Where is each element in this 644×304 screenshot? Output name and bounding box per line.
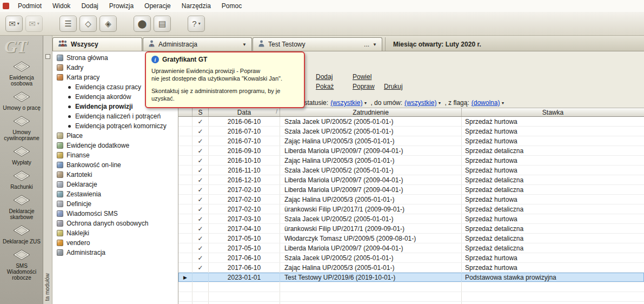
cell-date: 2017-02-10 [209,204,280,214]
menu-item[interactable]: Widok [47,0,76,12]
rail-item-deklaracje-zus[interactable]: Deklaracje ZUS [0,225,43,244]
table-row[interactable]: ▶ 2023-01-01 Test Testowy UP/2019/6 (201… [178,273,644,282]
edit-card-icon[interactable]: ◈ ▾ [99,16,117,32]
tree-item-ochrona-danych-osobowych[interactable]: Ochrona danych osobowych [52,219,178,228]
row-marker [178,282,192,292]
tree-item-deklaracje[interactable]: Deklaracje [52,180,178,189]
header-s[interactable]: S [192,108,209,116]
table-row[interactable]: ✓ 2016-07-10 Zając Halina UP/2005/3 (200… [178,136,644,146]
menu-item[interactable]: Dodaj [76,0,103,12]
chevron-down-icon[interactable]: ▼ [363,101,367,105]
header-data[interactable]: Data/ [209,108,280,116]
more-button[interactable]: ... [358,41,369,48]
cell-employment: Szala Jacek UP/2005/2 (2005-01-01-) [280,117,462,126]
header-stawka[interactable]: Stawka [462,108,644,116]
table-row[interactable] [178,282,644,292]
receive-mail-icon[interactable]: ✉ ▾ [25,16,43,32]
definitions-icon [57,201,63,207]
rail-item-ewidencja-osobowa[interactable]: Ewidencja osobowa [0,61,43,87]
menu-item[interactable]: Prowizja [104,0,139,12]
tree-item-zestawienia[interactable]: Zestawienia [52,189,178,199]
tree-item-vendero[interactable]: vendero [52,238,178,248]
rail-item-rachunki[interactable]: Rachunki [0,170,43,190]
cell-rate [462,282,644,292]
cell-employment: Zając Halina UP/2005/3 (2005-01-01-) [280,195,462,204]
tree-item-place[interactable]: Płace [52,131,178,141]
module-card-icon [13,170,30,183]
tree-item-ewidencja-naliczen-i-potracen[interactable]: Ewidencja naliczeń i potrąceń [52,111,178,121]
chevron-down-icon[interactable]: ▼ [501,101,504,105]
table-row[interactable]: ✓ 2017-03-10 Szala Jacek UP/2005/2 (2005… [178,214,644,224]
row-marker [178,156,192,165]
table-row[interactable]: ✓ 2016-09-10 Liberda Mariola UP/2009/7 (… [178,146,644,156]
rail-item-sms-wiadomosci-robocze[interactable]: SMS Wiadomości robocze [0,249,43,281]
cell-employment: Liberda Mariola UP/2009/7 (2009-04-01-) [280,146,462,155]
rail-item-wyplaty[interactable]: Wypłaty [0,146,43,166]
tree-item-bankowosc-on-line[interactable]: Bankowość on-line [52,160,178,170]
tree-item-wiadomosci-sms[interactable]: Wiadomości SMS [52,209,178,219]
add-link[interactable]: Dodaj [316,73,333,81]
table-row[interactable]: ✓ 2016-06-10 Szala Jacek UP/2005/2 (2005… [178,117,644,127]
cell-date: 2017-04-10 [209,224,280,233]
cell-date: 2017-03-10 [209,214,280,223]
package-icon[interactable]: ▤ ▾ [154,16,171,32]
chevron-down-icon[interactable]: ▼ [242,42,247,47]
flag-filter-label: , z flagą: [444,99,469,107]
rail-item-deklaracje-skarbowe[interactable]: Deklaracje skarbowe [0,195,43,220]
show-link[interactable]: Pokaż [316,83,334,90]
table-row[interactable]: ✓ 2017-02-10 Zając Halina UP/2005/3 (200… [178,195,644,204]
duplicate-link[interactable]: Powiel [353,73,371,81]
tree-item-naklejki[interactable]: Naklejki [52,228,178,238]
help-icon[interactable]: ? ▾ [188,16,205,32]
tree-item-finanse[interactable]: Finanse [52,150,178,160]
coins-icon[interactable]: ☰ ▾ [59,16,77,32]
tree-item-kartoteki[interactable]: Kartoteki [52,170,178,180]
table-row[interactable]: ✓ 2017-06-10 Szala Jacek UP/2005/2 (2005… [178,253,644,263]
table-row[interactable] [178,302,644,304]
vendero-icon [57,240,63,246]
table-row[interactable]: ✓ 2017-06-10 Zając Halina UP/2005/3 (200… [178,263,644,273]
edit-link[interactable]: Popraw [353,83,375,90]
table-row[interactable]: ✓ 2016-07-10 Szala Jacek UP/2005/2 (2005… [178,127,644,136]
tree-item-definicje[interactable]: Definicje [52,199,178,209]
finance-icon [57,152,63,158]
tree-item-ewidencja-potracen-komorniczych[interactable]: Ewidencja potrąceń komorniczy [52,121,178,131]
flag-filter-value[interactable]: (dowolna) [472,99,500,107]
cell-rate: Sprzedaż detaliczna [462,146,644,155]
sphere-icon[interactable]: ⬤ ▾ [134,16,151,32]
status-filter-value[interactable]: (wszystkie) [330,99,362,107]
status-check: ✓ [192,175,209,184]
table-row[interactable]: ✓ 2017-04-10 ürankowski Filip UP/2017/1 … [178,224,644,234]
table-row[interactable]: ✓ 2017-05-10 Liberda Mariola UP/2009/7 (… [178,243,644,253]
tab-wszyscy[interactable]: Wszyscy [52,37,142,51]
report-icon [57,191,63,197]
row-marker [178,146,192,155]
table-row[interactable]: ✓ 2017-05-10 Włodarczyk Tomasz UP/2009/5… [178,234,644,243]
status-check: ✓ [192,195,209,204]
chevron-down-icon[interactable]: ▼ [373,42,377,47]
tab-administracja[interactable]: Administracja ▼ [143,37,252,51]
send-mail-icon[interactable]: ✉ ▾ [5,16,23,32]
new-card-icon[interactable]: ◇ ▾ [79,16,97,32]
tree-item-ewidencje-dodatkowe[interactable]: Ewidencje dodatkowe [52,141,178,150]
menu-item[interactable]: Podmiot [12,0,47,12]
contracts-filter-value[interactable]: (wszystkie) [404,99,436,107]
rail-item-umowy-cywilnoprawne[interactable]: Umowy cywilnoprawne [0,116,43,141]
table-row[interactable]: ✓ 2016-10-10 Zając Halina UP/2005/3 (200… [178,156,644,166]
rail-item-umowy-o-prace[interactable]: Umowy o pracę [0,91,43,111]
tree-item-administracja[interactable]: Administracja [52,248,178,257]
cell-date: 2017-05-10 [209,234,280,243]
menu-item[interactable]: Operacje [139,0,176,12]
tab-test-testowy[interactable]: Test Testowy ... ▼ [253,37,382,51]
chevron-down-icon[interactable]: ▼ [437,101,441,105]
header-zatrudnienie[interactable]: Zatrudnienie [280,108,462,116]
table-row[interactable]: ✓ 2016-12-10 Liberda Mariola UP/2009/7 (… [178,175,644,185]
table-row[interactable] [178,292,644,302]
menu-item[interactable]: Pomoc [216,0,247,12]
table-row[interactable]: ✓ 2017-02-10 ürankowski Filip UP/2017/1 … [178,204,644,214]
table-row[interactable]: ✓ 2017-02-10 Liberda Mariola UP/2009/7 (… [178,185,644,195]
menu-item[interactable]: Narzędzia [176,0,216,12]
module-list-strip[interactable]: ta modułów [43,36,52,304]
table-row[interactable]: ✓ 2016-11-10 Szala Jacek UP/2005/2 (2005… [178,166,644,175]
print-link[interactable]: Drukuj [384,83,403,90]
